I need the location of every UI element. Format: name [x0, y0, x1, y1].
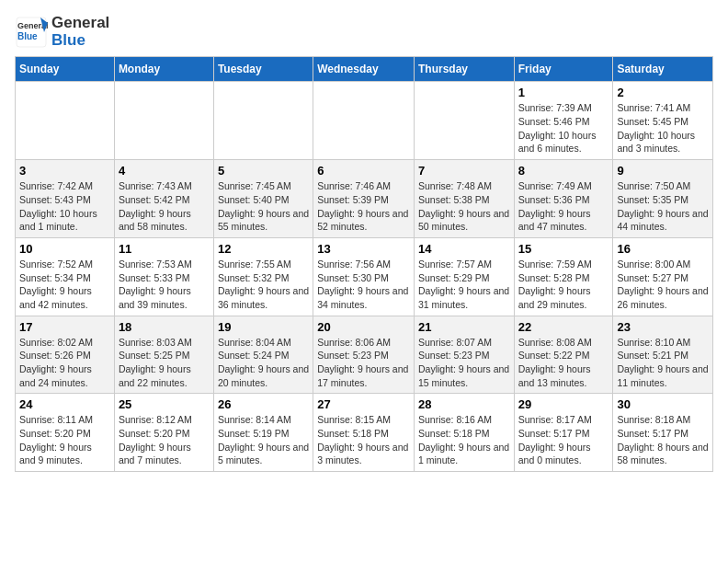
header-day-wednesday: Wednesday [313, 57, 415, 82]
logo-blue-label: Blue [51, 31, 85, 49]
day-info: Sunrise: 8:10 AM Sunset: 5:21 PM Dayligh… [617, 336, 709, 390]
calendar-cell: 11Sunrise: 7:53 AM Sunset: 5:33 PM Dayli… [114, 237, 213, 316]
day-number: 11 [119, 242, 210, 256]
day-number: 18 [119, 320, 210, 334]
calendar-cell: 1Sunrise: 7:39 AM Sunset: 5:46 PM Daylig… [514, 82, 613, 160]
calendar-cell [313, 82, 415, 160]
day-info: Sunrise: 7:43 AM Sunset: 5:42 PM Dayligh… [119, 179, 210, 234]
day-info: Sunrise: 8:14 AM Sunset: 5:19 PM Dayligh… [218, 413, 309, 467]
day-number: 30 [617, 397, 709, 411]
calendar-cell: 26Sunrise: 8:14 AM Sunset: 5:19 PM Dayli… [213, 394, 313, 472]
day-info: Sunrise: 7:59 AM Sunset: 5:28 PM Dayligh… [518, 258, 609, 312]
calendar-cell: 30Sunrise: 8:18 AM Sunset: 5:17 PM Dayli… [613, 394, 713, 472]
day-info: Sunrise: 7:55 AM Sunset: 5:32 PM Dayligh… [218, 258, 309, 312]
week-row-5: 24Sunrise: 8:11 AM Sunset: 5:20 PM Dayli… [16, 394, 713, 472]
header-day-saturday: Saturday [613, 57, 713, 82]
day-info: Sunrise: 7:45 AM Sunset: 5:40 PM Dayligh… [218, 179, 309, 234]
day-info: Sunrise: 8:06 AM Sunset: 5:23 PM Dayligh… [317, 336, 410, 390]
calendar-cell: 7Sunrise: 7:48 AM Sunset: 5:38 PM Daylig… [414, 160, 514, 238]
header-day-tuesday: Tuesday [213, 57, 313, 82]
day-number: 12 [218, 242, 309, 256]
calendar-cell: 3Sunrise: 7:42 AM Sunset: 5:43 PM Daylig… [16, 160, 115, 238]
day-number: 19 [218, 320, 309, 334]
day-info: Sunrise: 7:46 AM Sunset: 5:39 PM Dayligh… [317, 179, 410, 234]
calendar-cell: 8Sunrise: 7:49 AM Sunset: 5:36 PM Daylig… [514, 160, 613, 238]
day-number: 5 [218, 164, 309, 178]
header: General Blue General Blue [15, 15, 713, 49]
day-number: 6 [317, 164, 410, 178]
calendar-cell [414, 82, 514, 160]
calendar-cell [114, 82, 213, 160]
day-info: Sunrise: 8:16 AM Sunset: 5:18 PM Dayligh… [418, 413, 510, 467]
day-number: 9 [617, 164, 709, 178]
calendar-cell: 15Sunrise: 7:59 AM Sunset: 5:28 PM Dayli… [514, 237, 613, 316]
day-info: Sunrise: 8:17 AM Sunset: 5:17 PM Dayligh… [518, 413, 609, 467]
week-row-4: 17Sunrise: 8:02 AM Sunset: 5:26 PM Dayli… [16, 316, 713, 394]
day-info: Sunrise: 7:39 AM Sunset: 5:46 PM Dayligh… [518, 101, 609, 155]
calendar-cell: 25Sunrise: 8:12 AM Sunset: 5:20 PM Dayli… [114, 394, 213, 472]
calendar-cell: 12Sunrise: 7:55 AM Sunset: 5:32 PM Dayli… [213, 237, 313, 316]
day-info: Sunrise: 8:15 AM Sunset: 5:18 PM Dayligh… [317, 413, 410, 467]
logo-general-label: General [51, 14, 109, 31]
day-number: 3 [19, 164, 110, 178]
day-info: Sunrise: 7:41 AM Sunset: 5:45 PM Dayligh… [617, 101, 709, 155]
calendar-cell: 4Sunrise: 7:43 AM Sunset: 5:42 PM Daylig… [114, 160, 213, 238]
calendar-cell: 21Sunrise: 8:07 AM Sunset: 5:23 PM Dayli… [414, 316, 514, 394]
day-number: 8 [518, 164, 609, 178]
day-number: 29 [518, 397, 609, 411]
calendar-cell [16, 82, 115, 160]
calendar-cell: 13Sunrise: 7:56 AM Sunset: 5:30 PM Dayli… [313, 237, 415, 316]
calendar-table: SundayMondayTuesdayWednesdayThursdayFrid… [15, 56, 713, 472]
day-info: Sunrise: 7:49 AM Sunset: 5:36 PM Dayligh… [518, 179, 609, 234]
calendar-cell: 27Sunrise: 8:15 AM Sunset: 5:18 PM Dayli… [313, 394, 415, 472]
day-info: Sunrise: 8:11 AM Sunset: 5:20 PM Dayligh… [19, 413, 110, 467]
calendar-cell: 6Sunrise: 7:46 AM Sunset: 5:39 PM Daylig… [313, 160, 415, 238]
day-number: 13 [317, 242, 410, 256]
calendar-cell: 16Sunrise: 8:00 AM Sunset: 5:27 PM Dayli… [613, 237, 713, 316]
day-info: Sunrise: 7:53 AM Sunset: 5:33 PM Dayligh… [119, 258, 210, 312]
calendar-cell: 23Sunrise: 8:10 AM Sunset: 5:21 PM Dayli… [613, 316, 713, 394]
day-info: Sunrise: 7:56 AM Sunset: 5:30 PM Dayligh… [317, 258, 410, 312]
day-number: 14 [418, 242, 510, 256]
day-number: 21 [418, 320, 510, 334]
day-info: Sunrise: 8:12 AM Sunset: 5:20 PM Dayligh… [119, 413, 210, 467]
day-number: 23 [617, 320, 709, 334]
day-number: 26 [218, 397, 309, 411]
calendar-cell: 18Sunrise: 8:03 AM Sunset: 5:25 PM Dayli… [114, 316, 213, 394]
calendar-cell: 17Sunrise: 8:02 AM Sunset: 5:26 PM Dayli… [16, 316, 115, 394]
day-info: Sunrise: 7:57 AM Sunset: 5:29 PM Dayligh… [418, 258, 510, 312]
day-info: Sunrise: 7:48 AM Sunset: 5:38 PM Dayligh… [418, 179, 510, 234]
week-row-1: 1Sunrise: 7:39 AM Sunset: 5:46 PM Daylig… [16, 82, 713, 160]
calendar-cell: 19Sunrise: 8:04 AM Sunset: 5:24 PM Dayli… [213, 316, 313, 394]
header-day-friday: Friday [514, 57, 613, 82]
day-info: Sunrise: 8:07 AM Sunset: 5:23 PM Dayligh… [418, 336, 510, 390]
day-number: 16 [617, 242, 709, 256]
day-info: Sunrise: 8:03 AM Sunset: 5:25 PM Dayligh… [119, 336, 210, 390]
day-number: 4 [119, 164, 210, 178]
calendar-cell: 2Sunrise: 7:41 AM Sunset: 5:45 PM Daylig… [613, 82, 713, 160]
day-number: 27 [317, 397, 410, 411]
week-row-2: 3Sunrise: 7:42 AM Sunset: 5:43 PM Daylig… [16, 160, 713, 238]
calendar-cell: 20Sunrise: 8:06 AM Sunset: 5:23 PM Dayli… [313, 316, 415, 394]
day-info: Sunrise: 8:04 AM Sunset: 5:24 PM Dayligh… [218, 336, 309, 390]
day-info: Sunrise: 8:02 AM Sunset: 5:26 PM Dayligh… [19, 336, 110, 390]
calendar-cell: 5Sunrise: 7:45 AM Sunset: 5:40 PM Daylig… [213, 160, 313, 238]
day-info: Sunrise: 8:18 AM Sunset: 5:17 PM Dayligh… [617, 413, 709, 467]
logo: General Blue General Blue [15, 15, 109, 49]
logo-svg: General Blue [15, 16, 48, 49]
calendar-cell: 24Sunrise: 8:11 AM Sunset: 5:20 PM Dayli… [16, 394, 115, 472]
day-number: 25 [119, 397, 210, 411]
calendar-cell: 22Sunrise: 8:08 AM Sunset: 5:22 PM Dayli… [514, 316, 613, 394]
day-number: 22 [518, 320, 609, 334]
week-row-3: 10Sunrise: 7:52 AM Sunset: 5:34 PM Dayli… [16, 237, 713, 316]
header-day-thursday: Thursday [414, 57, 514, 82]
calendar-cell: 29Sunrise: 8:17 AM Sunset: 5:17 PM Dayli… [514, 394, 613, 472]
day-info: Sunrise: 7:42 AM Sunset: 5:43 PM Dayligh… [19, 179, 110, 234]
day-number: 10 [19, 242, 110, 256]
calendar-cell: 14Sunrise: 7:57 AM Sunset: 5:29 PM Dayli… [414, 237, 514, 316]
header-row: SundayMondayTuesdayWednesdayThursdayFrid… [16, 57, 713, 82]
day-number: 7 [418, 164, 510, 178]
day-info: Sunrise: 8:08 AM Sunset: 5:22 PM Dayligh… [518, 336, 609, 390]
calendar-cell: 28Sunrise: 8:16 AM Sunset: 5:18 PM Dayli… [414, 394, 514, 472]
day-info: Sunrise: 7:52 AM Sunset: 5:34 PM Dayligh… [19, 258, 110, 312]
